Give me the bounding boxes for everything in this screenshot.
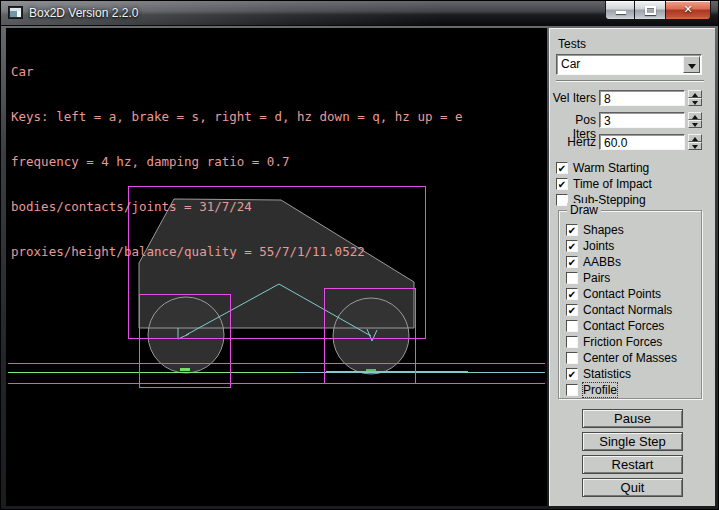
checkbox-label[interactable]: Statistics bbox=[583, 367, 631, 381]
checkbox-box[interactable] bbox=[566, 336, 578, 348]
app-window: Box2D Version 2.2.0 ✕ bbox=[0, 0, 719, 510]
chevron-down-icon bbox=[688, 64, 696, 69]
vel-iters-spinner bbox=[688, 90, 702, 106]
pos-iters-up-button[interactable] bbox=[688, 112, 702, 120]
front-contact-point bbox=[366, 369, 376, 372]
arrow-up-icon bbox=[692, 93, 698, 97]
checkbox-box[interactable]: ✔ bbox=[566, 304, 578, 316]
simulation-viewport[interactable]: Car Keys: left = a, brake = s, right = d… bbox=[6, 28, 547, 506]
checkbox-box[interactable]: ✔ bbox=[566, 288, 578, 300]
checkbox-label[interactable]: Profile bbox=[583, 383, 617, 397]
pause-button[interactable]: Pause bbox=[582, 409, 683, 428]
pos-iters-row: Pos Iters 3 bbox=[550, 112, 716, 129]
checkbox-box[interactable]: ✔ bbox=[556, 162, 568, 174]
arrow-down-icon bbox=[692, 145, 698, 149]
checkbox-label[interactable]: Joints bbox=[583, 239, 614, 253]
checkbox-label[interactable]: Time of Impact bbox=[573, 177, 652, 191]
window-title: Box2D Version 2.2.0 bbox=[29, 6, 138, 20]
close-button[interactable]: ✕ bbox=[666, 1, 711, 20]
checkbox-box[interactable]: ✔ bbox=[566, 368, 578, 380]
pos-iters-down-button[interactable] bbox=[688, 120, 702, 128]
rear-contact-point bbox=[180, 368, 190, 371]
stats-line: bodies/contacts/joints = 31/7/24 bbox=[11, 199, 463, 214]
checkbox-label[interactable]: Friction Forces bbox=[583, 335, 662, 349]
checkbox-box[interactable] bbox=[566, 352, 578, 364]
vel-iters-row: Vel Iters 8 bbox=[550, 90, 716, 107]
checkbox-box[interactable]: ✔ bbox=[566, 224, 578, 236]
vel-iters-value: 8 bbox=[604, 92, 611, 106]
hertz-up-button[interactable] bbox=[688, 134, 702, 142]
debug-text-block: Car Keys: left = a, brake = s, right = d… bbox=[11, 34, 463, 289]
hertz-label: Hertz bbox=[550, 135, 596, 149]
control-panel: Tests Car Vel Iters 8 Pos Iters 3 bbox=[549, 28, 715, 506]
close-icon: ✕ bbox=[666, 3, 710, 16]
hertz-field[interactable]: 60.0 bbox=[599, 134, 685, 150]
checkbox-label[interactable]: Center of Masses bbox=[583, 351, 677, 365]
separator bbox=[556, 80, 704, 82]
draw-group-title: Draw bbox=[567, 203, 601, 217]
hertz-value: 60.0 bbox=[604, 136, 627, 150]
arrow-up-icon bbox=[692, 137, 698, 141]
maximize-icon bbox=[645, 6, 656, 15]
checkbox-box[interactable]: ✔ bbox=[566, 240, 578, 252]
vel-iters-up-button[interactable] bbox=[688, 90, 702, 98]
checkbox-label[interactable]: Warm Starting bbox=[573, 161, 649, 175]
pos-iters-spinner bbox=[688, 112, 702, 128]
minimize-icon bbox=[616, 11, 626, 14]
pos-iters-field[interactable]: 3 bbox=[599, 112, 685, 128]
tests-label: Tests bbox=[558, 37, 586, 51]
window-controls: ✕ bbox=[605, 1, 711, 20]
arrow-down-icon bbox=[692, 123, 698, 127]
hertz-spinner bbox=[688, 134, 702, 150]
checkbox-box[interactable] bbox=[566, 272, 578, 284]
checkbox-box[interactable]: ✔ bbox=[556, 178, 568, 190]
single-step-button[interactable]: Single Step bbox=[582, 432, 683, 451]
checkbox-box[interactable]: ✔ bbox=[566, 256, 578, 268]
minimize-button[interactable] bbox=[605, 1, 635, 20]
maximize-button[interactable] bbox=[635, 1, 666, 20]
arrow-down-icon bbox=[692, 101, 698, 105]
vel-iters-down-button[interactable] bbox=[688, 98, 702, 106]
checkbox-label[interactable]: Contact Forces bbox=[583, 319, 664, 333]
checkbox-label[interactable]: Shapes bbox=[583, 223, 624, 237]
checkbox-label[interactable]: Contact Points bbox=[583, 287, 661, 301]
test-title-line: Car bbox=[11, 64, 463, 79]
tests-dropdown-value: Car bbox=[561, 57, 580, 71]
proxies-line: proxies/height/balance/quality = 55/7/1/… bbox=[11, 244, 463, 259]
hertz-down-button[interactable] bbox=[688, 142, 702, 150]
checkbox-label[interactable]: Pairs bbox=[583, 271, 610, 285]
tests-dropdown-arrow-button[interactable] bbox=[683, 56, 700, 73]
checkbox-label[interactable]: Contact Normals bbox=[583, 303, 672, 317]
restart-button[interactable]: Restart bbox=[582, 455, 683, 474]
arrow-up-icon bbox=[692, 115, 698, 119]
frequency-line: frequency = 4 hz, damping ratio = 0.7 bbox=[11, 154, 463, 169]
vel-iters-field[interactable]: 8 bbox=[599, 90, 685, 106]
checkbox-label[interactable]: AABBs bbox=[583, 255, 621, 269]
keys-help-line: Keys: left = a, brake = s, right = d, hz… bbox=[11, 109, 463, 124]
draw-group: Draw ✔ Shapes ✔ Joints ✔ AABBs Pairs ✔ C… bbox=[558, 210, 702, 399]
title-bar[interactable]: Box2D Version 2.2.0 ✕ bbox=[1, 1, 718, 26]
app-icon[interactable] bbox=[8, 6, 23, 19]
checkbox-box[interactable] bbox=[566, 384, 578, 396]
tests-dropdown[interactable]: Car bbox=[556, 54, 702, 75]
vel-iters-label: Vel Iters bbox=[550, 91, 596, 105]
pos-iters-value: 3 bbox=[604, 114, 611, 128]
checkbox-box[interactable] bbox=[566, 320, 578, 332]
hertz-row: Hertz 60.0 bbox=[550, 134, 716, 151]
quit-button[interactable]: Quit bbox=[582, 478, 683, 497]
